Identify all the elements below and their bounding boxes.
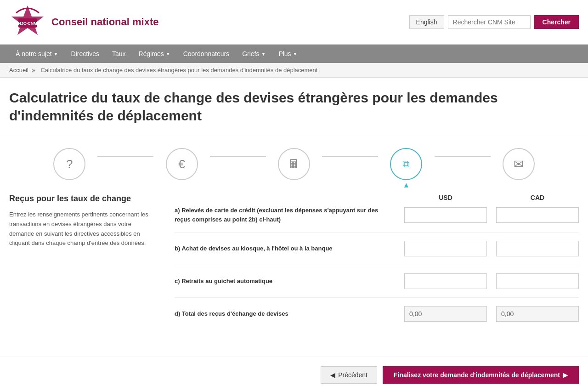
form-row-c: c) Retraits au guichet automatique xyxy=(175,273,579,298)
step-4[interactable]: ⧉ ▲ xyxy=(378,148,434,180)
main-content: Reçus pour les taux de change Entrez les… xyxy=(0,180,588,352)
step-line-4 xyxy=(435,156,491,157)
step-5-circle: ✉ xyxy=(503,148,535,180)
question-icon: ? xyxy=(66,157,73,171)
step-4-circle: ⧉ xyxy=(390,148,422,180)
row-a-cad-input[interactable] xyxy=(496,207,579,223)
section-description: Entrez les renseignements pertinents con… xyxy=(9,210,156,248)
row-d-inputs xyxy=(404,306,579,322)
breadcrumb-separator: » xyxy=(32,67,35,74)
row-b-label: b) Achat de devises au kiosque, à l'hôte… xyxy=(175,244,404,253)
breadcrumb-home[interactable]: Accueil xyxy=(9,67,28,74)
row-b-usd-input[interactable] xyxy=(404,241,487,256)
col-headers: USD CAD xyxy=(175,194,579,201)
nav-item-taux[interactable]: Taux xyxy=(106,45,132,63)
stepper-inner: ? € 🖩 ⧉ ▲ ✉ xyxy=(41,148,547,180)
top-bar: NJC•CNM Conseil national mixte English C… xyxy=(0,0,588,45)
chevron-down-icon: ▼ xyxy=(54,51,58,57)
nav-item-regimes[interactable]: Régimes ▼ xyxy=(132,45,177,63)
chevron-down-icon: ▼ xyxy=(166,51,170,57)
previous-button[interactable]: ◀ Précédent xyxy=(321,366,377,384)
search-button[interactable]: Chercher xyxy=(534,15,579,29)
step-2-circle: € xyxy=(166,148,198,180)
header-right: English Chercher xyxy=(409,15,579,29)
row-d-usd-total xyxy=(404,306,487,322)
logo-area: NJC•CNM Conseil national mixte xyxy=(9,4,159,40)
nav-item-a-notre-sujet[interactable]: À notre sujet ▼ xyxy=(9,45,65,63)
nav-item-plus[interactable]: Plus ▼ xyxy=(272,45,304,63)
main-nav: À notre sujet ▼ Directives Taux Régimes … xyxy=(0,45,588,63)
chevron-down-icon: ▼ xyxy=(261,51,266,57)
arrow-right-icon: ▶ xyxy=(563,371,568,379)
row-a-label: a) Relevés de carte de crédit (excluant … xyxy=(175,206,404,224)
copy-icon: ⧉ xyxy=(402,158,410,170)
svg-text:NJC•CNM: NJC•CNM xyxy=(18,21,37,26)
content-layout: Reçus pour les taux de change Entrez les… xyxy=(9,194,579,338)
step-1-circle: ? xyxy=(53,148,85,180)
form-row-a: a) Relevés de carte de crédit (excluant … xyxy=(175,206,579,233)
left-panel: Reçus pour les taux de change Entrez les… xyxy=(9,194,156,338)
logo: NJC•CNM xyxy=(9,4,46,40)
step-line-1 xyxy=(97,156,153,157)
calculator-icon: 🖩 xyxy=(288,157,300,171)
step-1[interactable]: ? xyxy=(41,148,97,180)
language-button[interactable]: English xyxy=(409,15,444,29)
row-c-cad-input[interactable] xyxy=(496,273,579,289)
site-title: Conseil national mixte xyxy=(51,16,159,28)
row-d-label: d) Total des reçus d'échange de devises xyxy=(175,309,404,318)
section-title: Reçus pour les taux de change xyxy=(9,194,156,204)
right-panel: USD CAD a) Relevés de carte de crédit (e… xyxy=(175,194,579,338)
nav-item-directives[interactable]: Directives xyxy=(65,45,106,63)
step-3[interactable]: 🖩 xyxy=(266,148,322,180)
row-c-usd-input[interactable] xyxy=(404,273,487,289)
breadcrumb-current: Calculatrice du taux de change des devis… xyxy=(40,67,317,74)
step-arrow: ▲ xyxy=(403,181,410,189)
page-title: Calculatrice du taux de change des devis… xyxy=(9,89,579,125)
form-row-d: d) Total des reçus d'échange de devises xyxy=(175,306,579,330)
row-b-cad-input[interactable] xyxy=(496,241,579,256)
next-button[interactable]: Finalisez votre demande d'indemnités de … xyxy=(383,366,579,384)
search-input[interactable] xyxy=(448,15,531,29)
form-row-b: b) Achat de devises au kiosque, à l'hôte… xyxy=(175,241,579,265)
row-d-cad-total xyxy=(496,306,579,322)
breadcrumb: Accueil » Calculatrice du taux de change… xyxy=(0,63,588,78)
col-header-usd: USD xyxy=(404,194,487,201)
row-b-inputs xyxy=(404,241,579,256)
step-5[interactable]: ✉ xyxy=(491,148,547,180)
nav-item-griefs[interactable]: Griefs ▼ xyxy=(236,45,272,63)
button-row: ◀ Précédent Finalisez votre demande d'in… xyxy=(0,357,588,386)
euro-icon: € xyxy=(178,157,185,171)
col-header-cad: CAD xyxy=(496,194,579,201)
row-a-inputs xyxy=(404,207,579,223)
row-c-label: c) Retraits au guichet automatique xyxy=(175,277,404,286)
step-line-3 xyxy=(322,156,378,157)
stepper: ? € 🖩 ⧉ ▲ ✉ xyxy=(0,134,588,180)
nav-item-coordonnateurs[interactable]: Coordonnateurs xyxy=(177,45,236,63)
page-header: Calculatrice du taux de change des devis… xyxy=(0,78,588,134)
send-icon: ✉ xyxy=(514,157,524,171)
step-line-2 xyxy=(210,156,266,157)
step-2[interactable]: € xyxy=(153,148,209,180)
step-3-circle: 🖩 xyxy=(278,148,310,180)
row-a-usd-input[interactable] xyxy=(404,207,487,223)
row-c-inputs xyxy=(404,273,579,289)
arrow-left-icon: ◀ xyxy=(330,371,335,379)
chevron-down-icon: ▼ xyxy=(293,51,298,57)
